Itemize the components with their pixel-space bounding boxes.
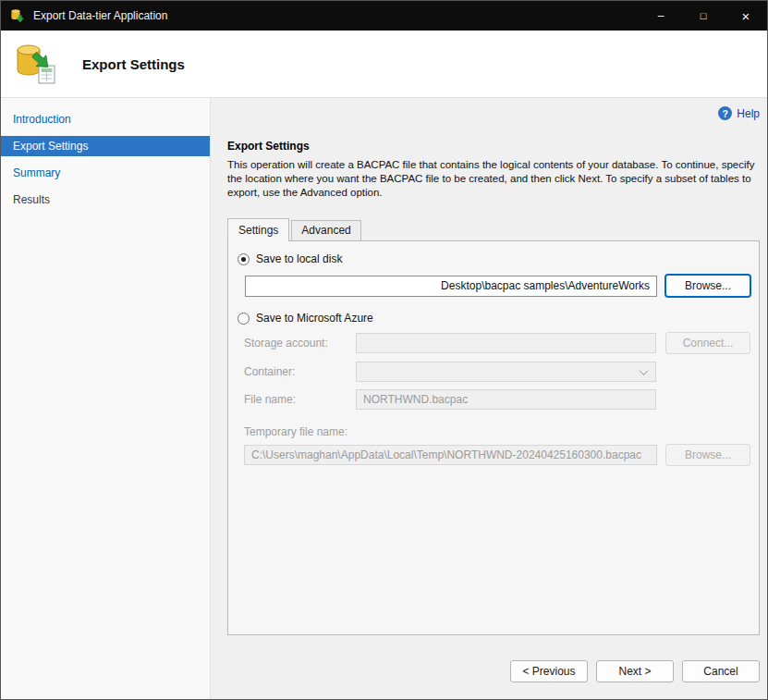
file-name-input bbox=[356, 389, 656, 410]
connect-button: Connect... bbox=[665, 332, 750, 354]
titlebar: Export Data-tier Application – □ × bbox=[1, 1, 767, 31]
chevron-down-icon bbox=[640, 366, 649, 375]
app-icon bbox=[10, 8, 25, 23]
window-title: Export Data-tier Application bbox=[33, 9, 167, 22]
temporary-file-name-row: Browse... bbox=[244, 444, 750, 466]
help-link[interactable]: Help bbox=[737, 107, 760, 120]
minimize-button[interactable]: – bbox=[640, 1, 682, 31]
local-disk-path-row: Browse... bbox=[245, 275, 750, 297]
save-to-local-disk-radio[interactable] bbox=[238, 253, 250, 265]
local-disk-option-row: Save to local disk bbox=[238, 252, 759, 265]
export-data-tier-application-window: Export Data-tier Application – □ × Expor… bbox=[0, 0, 768, 700]
storage-account-input bbox=[356, 333, 656, 353]
browse-temp-button: Browse... bbox=[665, 444, 750, 466]
sidebar-item-export-settings[interactable]: Export Settings bbox=[1, 136, 210, 156]
save-to-azure-radio[interactable] bbox=[238, 313, 250, 325]
wizard-header: Export Settings bbox=[1, 31, 767, 98]
wizard-body: Introduction Export Settings Summary Res… bbox=[1, 98, 767, 699]
section-title: Export Settings bbox=[227, 140, 760, 153]
azure-option-row: Save to Microsoft Azure bbox=[238, 312, 759, 325]
sidebar-item-summary[interactable]: Summary bbox=[1, 163, 210, 183]
help-row: ? Help bbox=[227, 105, 760, 121]
tab-settings[interactable]: Settings bbox=[227, 218, 289, 241]
temporary-file-name-label: Temporary file name: bbox=[244, 425, 759, 438]
save-to-local-disk-label: Save to local disk bbox=[256, 252, 342, 265]
wizard-page-title: Export Settings bbox=[82, 56, 185, 72]
export-dac-icon bbox=[14, 43, 56, 85]
wizard-content: ? Help Export Settings This operation wi… bbox=[211, 98, 768, 699]
description-text: This operation will create a BACPAC file… bbox=[227, 158, 760, 200]
help-icon[interactable]: ? bbox=[718, 106, 732, 120]
save-to-azure-label: Save to Microsoft Azure bbox=[256, 312, 373, 325]
browse-local-button[interactable]: Browse... bbox=[665, 275, 750, 297]
container-combobox bbox=[356, 362, 656, 382]
previous-button[interactable]: < Previous bbox=[510, 660, 588, 682]
sidebar-item-results[interactable]: Results bbox=[1, 190, 210, 210]
settings-tab-panel: Save to local disk Browse... Save to Mic… bbox=[227, 240, 760, 635]
local-disk-path-input[interactable] bbox=[245, 276, 657, 297]
file-name-label: File name: bbox=[244, 393, 356, 406]
maximize-button[interactable]: □ bbox=[682, 1, 725, 31]
storage-account-label: Storage account: bbox=[244, 337, 356, 350]
tab-advanced[interactable]: Advanced bbox=[291, 220, 360, 240]
wizard-steps-sidebar: Introduction Export Settings Summary Res… bbox=[1, 98, 211, 699]
tab-strip: Settings Advanced bbox=[227, 218, 760, 240]
cancel-button[interactable]: Cancel bbox=[682, 660, 760, 682]
window-controls: – □ × bbox=[640, 1, 767, 31]
container-label: Container: bbox=[244, 365, 356, 378]
file-name-row: File name: bbox=[244, 389, 750, 410]
next-button[interactable]: Next > bbox=[596, 660, 674, 682]
wizard-footer: < Previous Next > Cancel bbox=[227, 660, 760, 699]
close-button[interactable]: × bbox=[725, 1, 767, 31]
container-row: Container: bbox=[244, 362, 750, 382]
temporary-file-name-input bbox=[244, 445, 657, 465]
sidebar-item-introduction[interactable]: Introduction bbox=[1, 109, 210, 129]
storage-account-row: Storage account: Connect... bbox=[244, 332, 750, 354]
